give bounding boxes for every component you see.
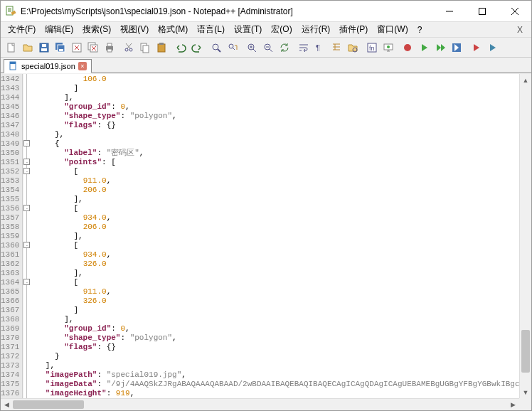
paste-button[interactable] [154,40,169,55]
horizontal-scrollbar[interactable]: ◀ ▶ [1,398,519,410]
svg-rect-19 [143,46,149,53]
svg-text:¶: ¶ [316,43,320,52]
file-icon [9,61,18,71]
svg-point-22 [213,44,218,50]
svg-rect-15 [107,49,112,52]
open-file-button[interactable] [20,40,36,55]
undo-button[interactable] [173,40,188,55]
svg-rect-9 [59,49,63,51]
monitor-button[interactable] [381,40,396,55]
window-title: E:\Projects\myScripts\json1\special019.j… [21,6,433,16]
menu-search[interactable]: 搜索(S) [78,22,115,37]
lang-button[interactable]: fn [364,40,380,55]
menu-window[interactable]: 窗口(W) [373,22,412,37]
svg-point-16 [125,48,128,51]
menu-run[interactable]: 运行(R) [297,22,335,37]
svg-text:fn: fn [369,45,375,52]
svg-point-17 [129,48,132,51]
scroll-up-icon[interactable]: ▲ [520,74,531,86]
svg-rect-3 [8,43,14,52]
tab-label: special019.json [21,62,75,70]
play-button[interactable] [416,40,432,55]
svg-rect-35 [10,62,16,64]
code-area[interactable]: 106.0 ] ], "group_id": 0, "shape_type": … [23,74,519,398]
fold-toggle[interactable]: - [23,159,30,165]
svg-rect-14 [107,43,112,46]
save-button[interactable] [36,40,52,55]
sync-button[interactable] [277,40,292,55]
horizontal-scroll-thumb[interactable] [13,400,84,409]
vertical-scrollbar[interactable]: ▲ ▼ [519,74,531,398]
svg-rect-20 [158,44,165,52]
editor[interactable]: 1342134313441345134613471348134913501351… [1,74,519,398]
scroll-corner [519,398,531,410]
find-button[interactable] [208,40,224,55]
replace-button[interactable] [225,40,240,55]
redo-button[interactable] [189,40,205,55]
play2-button[interactable] [484,40,500,55]
zoom-in-button[interactable] [244,40,260,55]
toolbar: ¶fn [1,38,531,58]
menu-file[interactable]: 文件(F) [4,22,40,37]
fold-toggle[interactable]: - [23,168,30,174]
copy-button[interactable] [137,40,153,55]
scroll-left-icon[interactable]: ◀ [1,399,13,410]
vertical-scroll-thumb[interactable] [521,330,530,373]
scroll-down-icon[interactable]: ▼ [520,386,531,398]
line-number-gutter: 1342134313441345134613471348134913501351… [1,74,23,398]
app-icon [5,6,16,17]
print-button[interactable] [102,40,117,55]
folder-button[interactable] [345,40,361,55]
macro-save-button[interactable] [449,40,464,55]
fold-toggle[interactable]: - [23,140,30,146]
fold-toggle[interactable]: - [23,205,30,211]
scroll-right-icon[interactable]: ▶ [507,399,519,410]
menubar: 文件(F) 编辑(E) 搜索(S) 视图(V) 格式(M) 语言(L) 设置(T… [1,22,531,38]
menu-edit[interactable]: 编辑(E) [41,22,78,37]
menubar-close-icon[interactable]: X [511,25,528,35]
fold-column: ------ [23,74,23,398]
close-button[interactable] [499,1,531,21]
tabbar: special019.json × [1,58,531,73]
titlebar: E:\Projects\myScripts\json1\special019.j… [1,1,531,22]
cut-button[interactable] [121,40,137,55]
menu-help[interactable]: ? [413,23,427,36]
minimize-button[interactable] [433,1,466,21]
fold-toggle[interactable]: - [23,279,30,285]
svg-rect-21 [159,43,164,45]
show-all-button[interactable]: ¶ [312,40,328,55]
menu-settings[interactable]: 设置(T) [230,22,266,37]
zoom-out-button[interactable] [260,40,276,55]
record-button[interactable] [400,40,415,55]
svg-rect-5 [41,48,47,51]
menu-plugins[interactable]: 插件(P) [335,22,372,37]
svg-point-31 [387,46,390,48]
new-file-button[interactable] [4,40,19,55]
tab-active[interactable]: special019.json × [4,59,92,73]
svg-rect-2 [479,8,486,14]
menu-view[interactable]: 视图(V) [116,22,153,37]
maximize-button[interactable] [466,1,499,21]
close-all-button[interactable] [85,40,101,55]
menu-macro[interactable]: 宏(O) [267,22,296,37]
save-all-button[interactable] [53,40,68,55]
play-multi-button[interactable] [432,40,448,55]
menu-format[interactable]: 格式(M) [154,22,192,37]
tab-close-icon[interactable]: × [78,62,87,70]
svg-rect-6 [42,44,46,47]
stop-button[interactable] [468,40,484,55]
svg-point-32 [404,44,411,51]
close-button[interactable] [69,40,85,55]
wrap-button[interactable] [296,40,312,55]
menu-language[interactable]: 语言(L) [193,22,229,37]
fold-toggle[interactable]: - [23,242,30,248]
indent-button[interactable] [329,40,344,55]
